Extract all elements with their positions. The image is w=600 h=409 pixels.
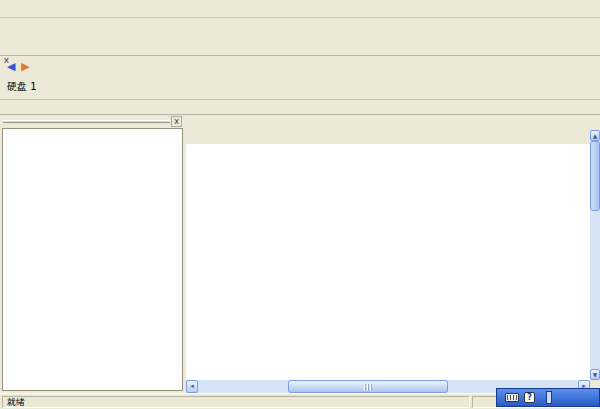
- langbar-edge-icon: [546, 391, 552, 404]
- toolbar: [0, 18, 600, 56]
- keyboard-icon[interactable]: [505, 393, 519, 402]
- language-bar[interactable]: ?: [496, 388, 600, 407]
- splitter-grip[interactable]: [3, 120, 170, 123]
- vertical-scrollbar[interactable]: ▲ ▼: [590, 130, 600, 380]
- next-disk-icon[interactable]: ▶: [21, 60, 30, 73]
- partition-tree: [2, 128, 183, 391]
- scroll-down-icon[interactable]: ▼: [590, 369, 600, 380]
- status-text: 就绪: [2, 396, 470, 408]
- tree-close-icon[interactable]: x: [171, 116, 182, 127]
- tab-strip: [186, 115, 600, 130]
- tree-panel-header: x: [0, 115, 186, 128]
- vertical-scroll-thumb[interactable]: [590, 141, 600, 211]
- horizontal-scroll-thumb[interactable]: [288, 380, 448, 393]
- disk-nav: ◀ ▶ 硬盘 1: [7, 60, 55, 94]
- prev-disk-icon[interactable]: ◀: [7, 60, 16, 73]
- disk-partition-bar: x ◀ ▶ 硬盘 1: [0, 56, 600, 100]
- partition-cylinders: [56, 60, 596, 95]
- file-panel: ▲ ▼ ◂ ▸: [186, 115, 600, 393]
- diskman-window: x ◀ ▶ 硬盘 1 x ▲ ▼: [0, 0, 600, 115]
- partition-tree-panel: x: [0, 115, 186, 393]
- disk-label: 硬盘 1: [7, 80, 55, 94]
- scroll-up-icon[interactable]: ▲: [590, 130, 600, 141]
- help-icon[interactable]: ?: [524, 392, 535, 403]
- scroll-left-icon[interactable]: ◂: [186, 380, 198, 393]
- table-header: [186, 130, 590, 144]
- disk-info-bar: [0, 100, 600, 115]
- file-table: [186, 144, 590, 380]
- main-area: x ▲ ▼ ◂ ▸: [0, 115, 600, 393]
- menu-bar: [0, 0, 600, 18]
